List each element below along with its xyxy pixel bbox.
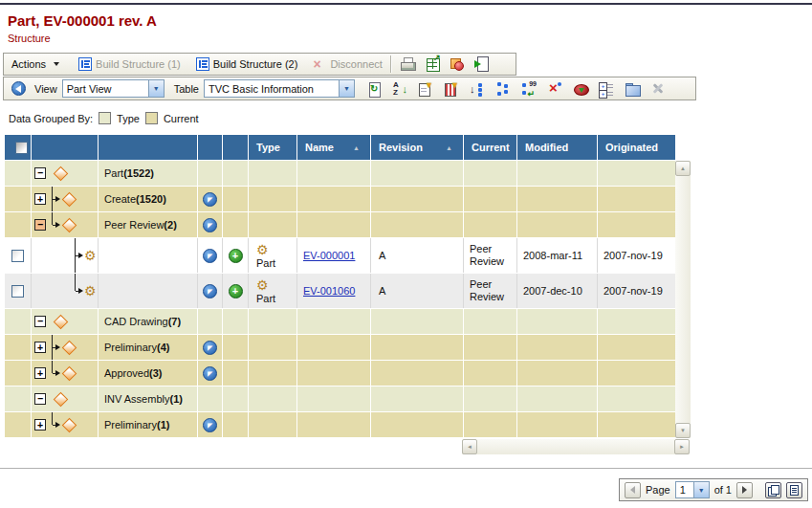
column-revision-label: Revision [379, 142, 423, 153]
expand-toggle[interactable]: − [34, 393, 46, 405]
row-checkbox[interactable] [11, 250, 24, 262]
column-name-label: Name [305, 142, 334, 153]
scroll-left-button[interactable]: ◄ [462, 439, 477, 454]
printer-icon[interactable] [400, 56, 415, 72]
navigate-structure-icon[interactable] [203, 366, 217, 381]
vertical-scrollbar[interactable]: ▲ ▼ [675, 161, 691, 438]
actions-menu-label: Actions [11, 58, 46, 70]
type-cell [249, 412, 296, 437]
select-levels-icon[interactable] [599, 81, 614, 97]
current-cell [464, 187, 516, 211]
build-structure-2-button[interactable]: Build Structure (2) [196, 57, 298, 71]
sort-ascending-icon[interactable]: ▲ [353, 144, 360, 151]
visualize-icon[interactable] [450, 56, 465, 72]
view-select-value: Part View [67, 83, 112, 95]
sort-ascending-icon[interactable]: ▲ [446, 144, 452, 151]
column-modified[interactable]: Modified [517, 135, 597, 160]
expand-to-level-icon[interactable] [521, 81, 537, 97]
current-cell [464, 335, 516, 360]
actions-menu-button[interactable]: Actions [11, 58, 59, 70]
navigate-cell[interactable] [198, 335, 222, 360]
page-number-value: 1 [680, 484, 686, 496]
tools-icon[interactable] [650, 81, 666, 97]
filter-edit-icon[interactable] [418, 81, 433, 97]
scroll-down-button[interactable]: ▼ [675, 423, 691, 438]
navigate-cell[interactable] [198, 412, 222, 437]
navigate-cell[interactable] [198, 274, 222, 308]
add-expand-icon[interactable] [229, 284, 243, 298]
navigate-structure-icon[interactable] [203, 284, 217, 298]
expand-toggle[interactable]: + [34, 193, 46, 205]
current-cell [464, 361, 516, 386]
navigate-cell[interactable] [198, 238, 222, 273]
sort-az-icon[interactable] [392, 81, 407, 97]
table-select[interactable]: TVC Basic Information ▼ [204, 79, 355, 98]
object-link[interactable]: EV-000001 [303, 250, 355, 261]
navigate-cell[interactable] [198, 212, 222, 237]
grouping-swatch[interactable] [99, 112, 111, 124]
toolbar1-icons [400, 56, 490, 72]
page: Part, EV-000001 rev. A Structure Actions… [0, 0, 812, 508]
expand-toggle[interactable]: + [34, 419, 46, 431]
column-revision[interactable]: Revision▲ [371, 135, 463, 160]
expand-all-icon[interactable] [495, 81, 511, 97]
group-row: −INV Assembly (1) [5, 387, 675, 411]
scroll-right-button[interactable]: ► [674, 439, 690, 454]
tree-arrow-icon [78, 253, 83, 258]
horizontal-scroll-track[interactable] [477, 439, 674, 454]
next-page-button[interactable] [736, 482, 753, 498]
disconnect-button[interactable]: Disconnect [311, 56, 382, 72]
navigate-cell[interactable] [198, 187, 222, 211]
navigate-cell[interactable] [198, 361, 222, 386]
refresh-icon[interactable] [366, 81, 382, 97]
select-all-checkbox[interactable] [15, 142, 28, 154]
navigate-structure-icon[interactable] [203, 341, 217, 355]
navigate-structure-icon[interactable] [203, 218, 217, 232]
expand-toggle[interactable]: + [34, 342, 46, 353]
column-type[interactable]: Type [249, 135, 296, 160]
originated-cell [598, 309, 675, 334]
type-cell: Part [249, 274, 296, 308]
folder-icon[interactable] [625, 81, 640, 97]
scroll-up-button[interactable]: ▲ [675, 161, 691, 176]
view-select[interactable]: Part View ▼ [62, 79, 165, 98]
expand-level-icon[interactable] [470, 81, 485, 97]
expand-toggle[interactable]: − [34, 167, 46, 179]
add-expand-icon[interactable] [229, 249, 243, 263]
add-cell[interactable] [223, 238, 248, 273]
column-name[interactable]: Name▲ [297, 135, 370, 160]
row-select-cell[interactable] [5, 274, 31, 308]
expand-toggle[interactable]: + [34, 367, 46, 379]
grouping-swatch[interactable] [145, 112, 158, 124]
expand-toggle[interactable]: − [34, 316, 46, 327]
tree-cell [32, 274, 98, 308]
column-current[interactable]: Current [464, 135, 516, 160]
back-icon[interactable] [11, 81, 26, 96]
navigate-structure-icon[interactable] [203, 249, 217, 263]
add-cell[interactable] [223, 274, 248, 308]
expand-toggle[interactable]: − [34, 219, 46, 231]
row-select-cell [5, 212, 31, 237]
build-structure-1-button[interactable]: Build Structure (1) [78, 57, 181, 71]
export-table-icon[interactable] [425, 56, 440, 72]
horizontal-scrollbar[interactable]: ◄ ► [462, 439, 690, 454]
cut-structure-icon[interactable] [547, 81, 562, 97]
object-link[interactable]: EV-001060 [303, 285, 355, 297]
navigate-structure-icon[interactable] [203, 418, 217, 432]
previous-page-button[interactable] [625, 482, 641, 498]
column-originated[interactable]: Originated [598, 135, 675, 160]
export-structure-icon[interactable] [474, 56, 490, 72]
current-cell [464, 309, 516, 334]
reporting-icon[interactable] [573, 81, 588, 97]
vertical-scroll-track[interactable] [675, 176, 691, 423]
tree-cell: − [32, 161, 98, 186]
filter-table-icon[interactable] [444, 81, 459, 97]
group-row: +Preliminary (4) [5, 335, 675, 360]
navigate-structure-icon[interactable] [203, 192, 217, 207]
multi-window-view-button[interactable] [765, 482, 781, 498]
details-view-button[interactable] [786, 482, 802, 498]
page-number-select[interactable]: 1 ▼ [675, 481, 710, 498]
originated-cell [598, 335, 675, 360]
row-checkbox[interactable] [11, 285, 24, 298]
row-select-cell[interactable] [5, 238, 31, 273]
